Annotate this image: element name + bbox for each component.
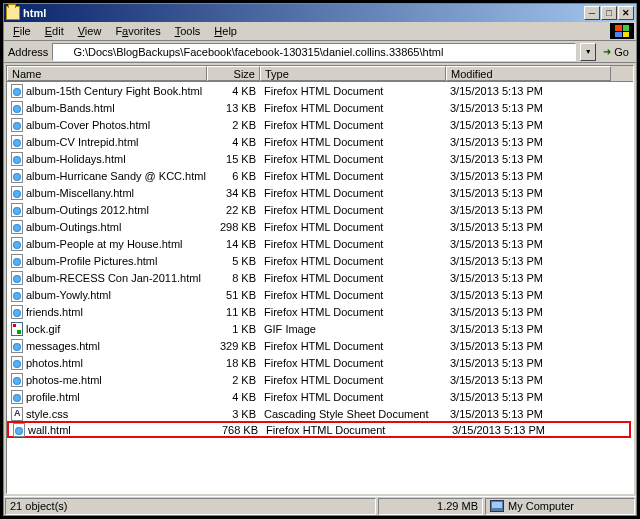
address-input[interactable]: [52, 43, 576, 61]
file-list: Name Size Type Modified album-15th Centu…: [6, 65, 634, 494]
file-row[interactable]: album-Bands.html13 KBFirefox HTML Docume…: [7, 99, 633, 116]
file-row[interactable]: album-Profile Pictures.html5 KBFirefox H…: [7, 252, 633, 269]
file-name: album-Holidays.html: [26, 153, 126, 165]
file-row[interactable]: friends.html11 KBFirefox HTML Document3/…: [7, 303, 633, 320]
html-file-icon: [11, 220, 23, 234]
file-name: photos.html: [26, 357, 83, 369]
file-modified: 3/15/2013 5:13 PM: [446, 323, 611, 335]
file-modified: 3/15/2013 5:13 PM: [446, 374, 611, 386]
file-row[interactable]: album-Holidays.html15 KBFirefox HTML Doc…: [7, 150, 633, 167]
file-row[interactable]: album-15th Century Fight Book.html4 KBFi…: [7, 82, 633, 99]
file-type: Firefox HTML Document: [260, 170, 446, 182]
file-modified: 3/15/2013 5:13 PM: [446, 391, 611, 403]
file-name: album-Bands.html: [26, 102, 115, 114]
file-type: Firefox HTML Document: [260, 289, 446, 301]
go-arrow-icon: ➜: [603, 46, 611, 57]
column-name[interactable]: Name: [7, 66, 207, 81]
file-row[interactable]: album-Outings 2012.html22 KBFirefox HTML…: [7, 201, 633, 218]
file-row[interactable]: album-Outings.html298 KBFirefox HTML Doc…: [7, 218, 633, 235]
file-type: Firefox HTML Document: [260, 153, 446, 165]
file-size: 13 KB: [207, 102, 260, 114]
file-name: messages.html: [26, 340, 100, 352]
file-size: 18 KB: [207, 357, 260, 369]
menu-favorites[interactable]: Favorites: [108, 24, 167, 38]
file-row[interactable]: wall.html768 KBFirefox HTML Document3/15…: [7, 421, 631, 438]
gif-file-icon: [11, 322, 23, 336]
file-type: Firefox HTML Document: [260, 187, 446, 199]
html-file-icon: [11, 152, 23, 166]
file-size: 4 KB: [207, 85, 260, 97]
file-row[interactable]: lock.gif1 KBGIF Image3/15/2013 5:13 PM: [7, 320, 633, 337]
file-size: 298 KB: [207, 221, 260, 233]
file-type: Firefox HTML Document: [260, 391, 446, 403]
column-modified[interactable]: Modified: [446, 66, 611, 81]
html-file-icon: [11, 339, 23, 353]
file-type: Firefox HTML Document: [260, 102, 446, 114]
menu-tools[interactable]: Tools: [168, 24, 208, 38]
maximize-button[interactable]: □: [601, 6, 617, 20]
file-row[interactable]: album-CV Intrepid.html4 KBFirefox HTML D…: [7, 133, 633, 150]
address-toolbar: Address ▼ ➜ Go: [4, 41, 636, 63]
explorer-window: html ─ □ ✕ File Edit View Favorites Tool…: [3, 3, 637, 516]
file-name: album-Profile Pictures.html: [26, 255, 157, 267]
file-row[interactable]: album-Miscellany.html34 KBFirefox HTML D…: [7, 184, 633, 201]
file-type: Cascading Style Sheet Document: [260, 408, 446, 420]
file-row[interactable]: album-People at my House.html14 KBFirefo…: [7, 235, 633, 252]
html-file-icon: [11, 288, 23, 302]
file-row[interactable]: messages.html329 KBFirefox HTML Document…: [7, 337, 633, 354]
file-size: 22 KB: [207, 204, 260, 216]
menu-help[interactable]: Help: [207, 24, 244, 38]
file-name: album-Cover Photos.html: [26, 119, 150, 131]
column-size[interactable]: Size: [207, 66, 260, 81]
file-type: Firefox HTML Document: [260, 119, 446, 131]
file-row[interactable]: album-Yowly.html51 KBFirefox HTML Docume…: [7, 286, 633, 303]
menu-edit[interactable]: Edit: [38, 24, 71, 38]
file-size: 51 KB: [207, 289, 260, 301]
file-row[interactable]: album-RECESS Con Jan-2011.html8 KBFirefo…: [7, 269, 633, 286]
titlebar[interactable]: html ─ □ ✕: [4, 4, 636, 22]
menubar: File Edit View Favorites Tools Help: [4, 22, 636, 41]
html-file-icon: [11, 84, 23, 98]
file-size: 6 KB: [207, 170, 260, 182]
window-title: html: [23, 7, 584, 19]
column-type[interactable]: Type: [260, 66, 446, 81]
file-row[interactable]: album-Hurricane Sandy @ KCC.html6 KBFire…: [7, 167, 633, 184]
menu-view[interactable]: View: [71, 24, 109, 38]
file-modified: 3/15/2013 5:13 PM: [448, 424, 613, 436]
html-file-icon: [11, 390, 23, 404]
file-size: 768 KB: [209, 424, 262, 436]
go-button[interactable]: ➜ Go: [600, 46, 632, 58]
file-list-body[interactable]: album-15th Century Fight Book.html4 KBFi…: [7, 82, 633, 493]
file-modified: 3/15/2013 5:13 PM: [446, 119, 611, 131]
file-type: Firefox HTML Document: [260, 306, 446, 318]
file-name: style.css: [26, 408, 68, 420]
file-name: album-Outings.html: [26, 221, 121, 233]
file-row[interactable]: album-Cover Photos.html2 KBFirefox HTML …: [7, 116, 633, 133]
file-type: Firefox HTML Document: [260, 357, 446, 369]
file-type: Firefox HTML Document: [260, 272, 446, 284]
status-location: My Computer: [485, 498, 635, 515]
html-file-icon: [11, 254, 23, 268]
file-modified: 3/15/2013 5:13 PM: [446, 221, 611, 233]
file-size: 329 KB: [207, 340, 260, 352]
file-name: album-CV Intrepid.html: [26, 136, 139, 148]
folder-icon: [6, 6, 20, 20]
file-row[interactable]: photos.html18 KBFirefox HTML Document3/1…: [7, 354, 633, 371]
file-modified: 3/15/2013 5:13 PM: [446, 289, 611, 301]
close-button[interactable]: ✕: [618, 6, 634, 20]
file-name: album-Miscellany.html: [26, 187, 134, 199]
file-modified: 3/15/2013 5:13 PM: [446, 204, 611, 216]
menu-file[interactable]: File: [6, 24, 38, 38]
file-row[interactable]: profile.html4 KBFirefox HTML Document3/1…: [7, 388, 633, 405]
minimize-button[interactable]: ─: [584, 6, 600, 20]
status-size: 1.29 MB: [378, 498, 483, 515]
file-type: Firefox HTML Document: [260, 374, 446, 386]
file-modified: 3/15/2013 5:13 PM: [446, 408, 611, 420]
address-dropdown-button[interactable]: ▼: [580, 43, 596, 61]
file-name: album-15th Century Fight Book.html: [26, 85, 202, 97]
file-modified: 3/15/2013 5:13 PM: [446, 187, 611, 199]
file-row[interactable]: photos-me.html2 KBFirefox HTML Document3…: [7, 371, 633, 388]
file-modified: 3/15/2013 5:13 PM: [446, 136, 611, 148]
file-row[interactable]: style.css3 KBCascading Style Sheet Docum…: [7, 405, 633, 422]
html-file-icon: [11, 203, 23, 217]
